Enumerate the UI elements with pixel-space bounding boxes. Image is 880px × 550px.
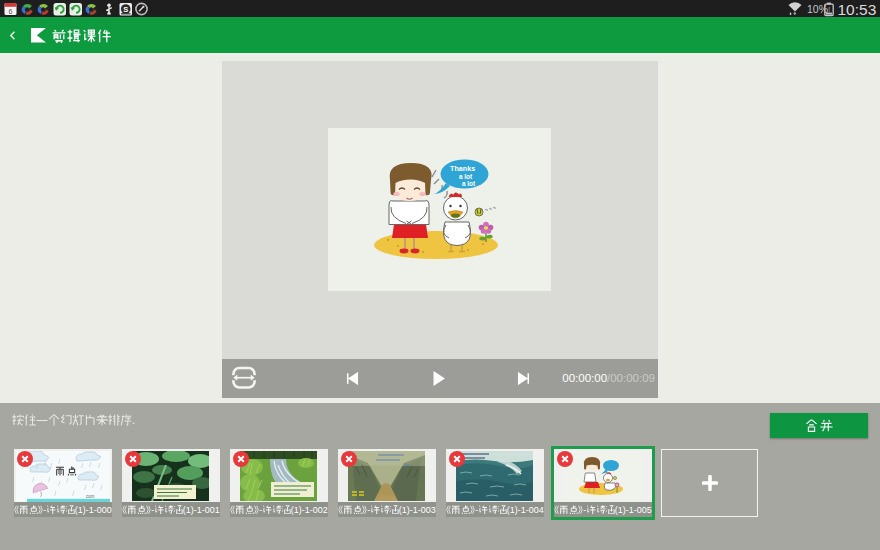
svg-text:!: ! [828, 6, 830, 13]
svg-text:S: S [123, 5, 128, 14]
svg-text:10:53: 10:53 [838, 1, 877, 17]
svg-text:6: 6 [9, 8, 13, 15]
svg-text:a lot: a lot [459, 173, 473, 180]
svg-text:a lot: a lot [462, 180, 476, 187]
svg-text:com: com [86, 494, 95, 499]
